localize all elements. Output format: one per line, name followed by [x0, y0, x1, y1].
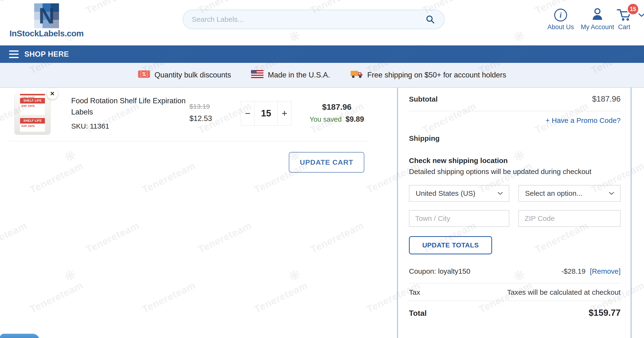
chevron-down-icon — [497, 192, 503, 195]
shipping-location-heading: Check new shipping location — [409, 157, 620, 165]
logo-letter: N — [34, 3, 59, 28]
cart-count-badge: 15 — [627, 3, 639, 15]
search-icon[interactable] — [424, 14, 436, 25]
us-flag-icon — [251, 70, 264, 81]
chat-widget[interactable] — [0, 334, 40, 338]
benefit-label: Free shipping on $50+ for account holder… — [368, 71, 506, 79]
update-cart-button[interactable]: UPDATE CART — [289, 152, 364, 173]
logo-icon: N — [34, 3, 59, 28]
search-input[interactable] — [191, 15, 424, 24]
about-us-label: About Us — [543, 24, 578, 31]
unit-price: $13.19 $12.53 — [190, 103, 212, 123]
total-row: Total $159.77 — [409, 308, 620, 318]
divider — [409, 301, 620, 301]
total-value: $159.77 — [588, 308, 620, 318]
shop-here-menu[interactable]: SHOP HERE — [24, 50, 69, 59]
town-city-input[interactable] — [409, 210, 509, 227]
subtotal-label: Subtotal — [409, 95, 438, 103]
state-selected-value: Select an option... — [525, 189, 582, 197]
product-image: EXP. DATE SHELF LIFE EXP. DATE SHELF LIF… — [14, 94, 51, 135]
saved-amount: $9.89 — [346, 115, 364, 123]
subtotal-row: Subtotal $187.96 — [409, 94, 620, 104]
coupon-discount-value: -$28.19 — [561, 267, 586, 275]
shipping-label: Shipping — [409, 134, 440, 142]
zip-code-input[interactable] — [518, 210, 620, 227]
benefit-label: Made in the U.S.A. — [268, 71, 330, 79]
tax-label: Tax — [409, 288, 420, 296]
benefit-free-shipping: Free shipping on $50+ for account holder… — [350, 69, 506, 81]
totals-panel-right-border — [630, 88, 632, 338]
coupon-icon — [138, 70, 150, 81]
logo-text: InStockLabels.com — [7, 29, 86, 38]
benefits-bar: Quantity bulk discounts — [0, 63, 644, 88]
header: N InStockLabels.com i About Us — [0, 0, 644, 46]
item-divider — [9, 141, 369, 141]
shipping-location-subtext: Detailed shipping options will be update… — [409, 168, 620, 176]
tax-row: Tax Taxes will be calculated at checkout — [409, 288, 620, 296]
totals-panel-left-border — [397, 88, 398, 338]
benefit-label: Quantity bulk discounts — [154, 71, 231, 79]
subtotal-value: $187.96 — [592, 94, 620, 104]
country-select[interactable]: United States (US) — [409, 185, 509, 202]
cart-link[interactable]: 15 Cart — [609, 7, 640, 31]
total-label: Total — [409, 309, 427, 318]
site-logo[interactable]: N InStockLabels.com — [7, 3, 86, 38]
saved-label: You saved — [310, 115, 342, 123]
search-bar — [183, 10, 444, 29]
divider — [409, 283, 620, 283]
chevron-down-icon — [609, 192, 614, 195]
cart-dropdown-chevron-icon[interactable] — [638, 13, 644, 18]
update-totals-button[interactable]: UPDATE TOTALS — [409, 236, 492, 254]
about-us-link[interactable]: i About Us — [543, 7, 578, 31]
country-selected-value: United States (US) — [416, 189, 475, 197]
promo-code-link[interactable]: + Have a Promo Code? — [409, 116, 620, 125]
shipping-row: Shipping — [409, 134, 620, 142]
original-price: $13.19 — [190, 103, 212, 110]
quantity-stepper: − 15 + — [241, 101, 292, 126]
benefit-bulk-discounts: Quantity bulk discounts — [138, 70, 231, 81]
quantity-value[interactable]: 15 — [254, 101, 278, 125]
divider — [409, 111, 620, 111]
info-icon: i — [543, 7, 578, 22]
truck-icon — [350, 69, 363, 81]
current-price: $12.53 — [190, 114, 212, 123]
product-title: Food Rotation Shelf Life Expiration Labe… — [71, 95, 186, 132]
line-total-amount: $187.96 — [306, 102, 368, 112]
benefit-made-in-usa: Made in the U.S.A. — [251, 70, 330, 81]
remove-item-icon[interactable]: ✕ — [47, 88, 58, 99]
line-total: $187.96 You saved $9.89 — [306, 102, 368, 124]
product-sku: SKU: 11361 — [71, 121, 186, 132]
quantity-increase-button[interactable]: + — [278, 101, 291, 125]
state-select[interactable]: Select an option... — [518, 185, 620, 202]
page: N InStockLabels.com i About Us — [0, 0, 644, 338]
coupon-remove-link[interactable]: [Remove] — [590, 267, 620, 275]
tax-value: Taxes will be calculated at checkout — [507, 288, 620, 296]
coupon-row: Coupon: loyalty150 -$28.19 [Remove] — [409, 267, 620, 275]
cart-label: Cart — [609, 24, 640, 31]
main-navbar: SHOP HERE — [0, 46, 644, 63]
quantity-decrease-button[interactable]: − — [241, 101, 254, 125]
hamburger-menu-icon[interactable] — [9, 51, 19, 58]
coupon-label: Coupon: loyalty150 — [409, 267, 470, 275]
